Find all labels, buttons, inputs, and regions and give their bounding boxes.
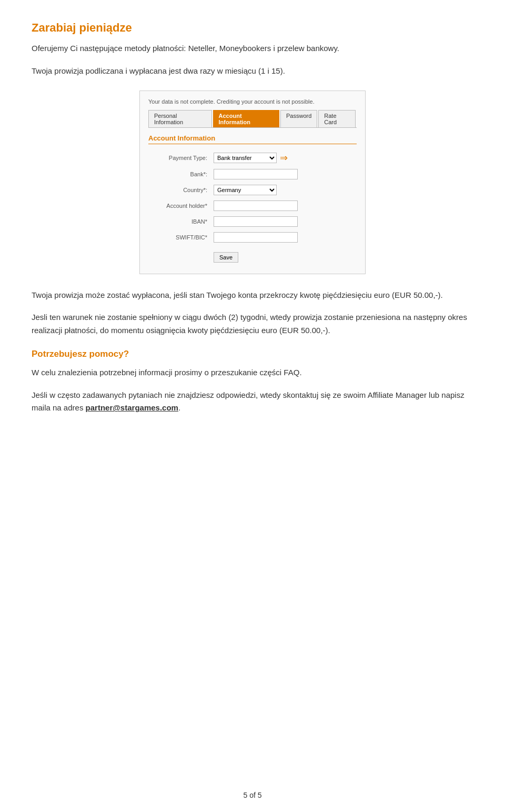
- input-swift-bic[interactable]: [214, 232, 298, 243]
- help-paragraph-1: W celu znalezienia potrzebnej informacji…: [32, 366, 473, 379]
- help-paragraph-2: Jeśli w często zadawanych pytaniach nie …: [32, 389, 473, 415]
- help-paragraph-2-end: .: [178, 403, 180, 412]
- page-footer: 5 of 5: [0, 791, 505, 799]
- tab-password[interactable]: Password: [280, 110, 317, 127]
- save-button[interactable]: Save: [214, 252, 238, 263]
- help-email-link[interactable]: partner@stargames.com: [86, 403, 178, 412]
- label-bank: Bank*:: [148, 166, 211, 182]
- label-account-holder: Account holder*: [148, 198, 211, 214]
- tab-rate-card[interactable]: Rate Card: [318, 110, 356, 127]
- field-swift-bic: SWIFT/BIC*: [148, 229, 357, 245]
- screenshot-notice: Your data is not complete. Crediting you…: [148, 98, 357, 105]
- select-payment-type[interactable]: Bank transfer: [214, 153, 277, 163]
- label-swift-bic: SWIFT/BIC*: [148, 229, 211, 245]
- account-form: Payment Type: Bank transfer ⇒ Bank*: Cou…: [148, 149, 357, 265]
- field-bank: Bank*:: [148, 166, 357, 182]
- paragraph-2: Twoja prowizja podliczana i wypłacana je…: [32, 65, 473, 78]
- page-title: Zarabiaj pieniądze: [32, 21, 473, 35]
- tab-account-information[interactable]: Account Information: [213, 110, 279, 127]
- input-bank[interactable]: [214, 169, 298, 179]
- account-info-screenshot: Your data is not complete. Crediting you…: [139, 91, 366, 274]
- field-iban: IBAN*: [148, 214, 357, 229]
- paragraph-1: Oferujemy Ci następujące metody płatnośc…: [32, 42, 473, 55]
- input-iban[interactable]: [214, 216, 298, 227]
- select-country[interactable]: Germany: [214, 185, 277, 195]
- arrow-right-icon: ⇒: [280, 152, 288, 164]
- label-country: Country*:: [148, 182, 211, 198]
- field-payment-type: Payment Type: Bank transfer ⇒: [148, 149, 357, 166]
- paragraph-4: Jesli ten warunek nie zostanie spełniony…: [32, 311, 473, 337]
- tab-personal-information[interactable]: Personal Information: [148, 110, 212, 127]
- label-payment-type: Payment Type:: [148, 149, 211, 166]
- save-row: Save: [148, 245, 357, 265]
- help-title: Potrzebujesz pomocy?: [32, 347, 473, 361]
- paragraph-3: Twoja prowizja może zostać wypłacona, je…: [32, 289, 473, 302]
- field-country: Country*: Germany: [148, 182, 357, 198]
- section-title: Account Information: [148, 134, 357, 144]
- tab-bar: Personal Information Account Information…: [148, 110, 357, 128]
- label-iban: IBAN*: [148, 214, 211, 229]
- field-account-holder: Account holder*: [148, 198, 357, 214]
- input-account-holder[interactable]: [214, 201, 298, 211]
